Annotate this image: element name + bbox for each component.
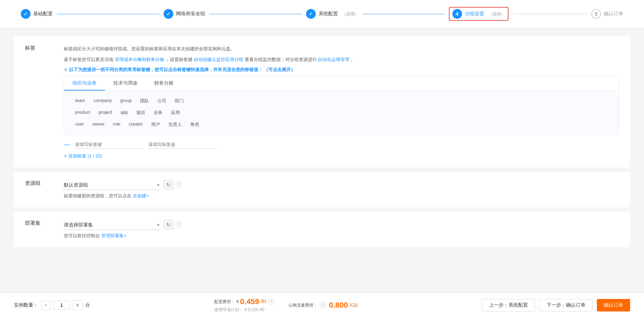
config-fee-help[interactable]: ? [268, 299, 275, 300]
step-line-4 [513, 14, 588, 14]
step-system: ✓ 系统配置 （选填） [306, 9, 449, 19]
price-section: 配置费用： ¥ 0.459 /时 ? 使用节省计划： ¥ 0.210 /时 公网… [101, 297, 471, 300]
tag-desc2-prefix: 基于标签您可以更灵活地 [64, 57, 113, 62]
tag-kw-project-cn[interactable]: 项目 [132, 108, 149, 117]
step-group: 4 分组设置 （选填） [449, 7, 592, 21]
tag-link-monitor[interactable]: 自动创建云监控应用分组 [194, 57, 243, 62]
refresh-icon: ↻ [166, 182, 171, 188]
next-step-button[interactable]: 下一步：确认订单 [539, 299, 593, 300]
step-circle-group: 4 [452, 9, 462, 19]
tag-desc-1: 标签由区分大小写的键值对组成。您设置的标签将应用在本次创建的全部实例和云盘。 [64, 45, 619, 53]
step-confirm: 5 确认订单 [591, 9, 623, 19]
prev-step-button[interactable]: 上一步：系统配置 [482, 299, 535, 300]
config-fee-unit: /时 [261, 299, 267, 300]
tag-input-row: — [64, 140, 619, 149]
resource-group-select-row: 默认资源组 ▾ ↻ ? [64, 180, 619, 190]
chevron-down-icon: ∨ [64, 67, 69, 72]
tab-finance[interactable]: 财务分账 [146, 77, 182, 91]
tag-link-ops[interactable]: 自动化运维管理 [318, 57, 349, 62]
action-buttons: 上一步：系统配置 下一步：确认订单 确认订单 [482, 299, 630, 300]
tags-title: 标签 [25, 45, 53, 159]
deployment-set-hint-prefix: 您可以前往控制台 [64, 233, 101, 238]
tag-expand[interactable]: ∨ 以下为您提供一些不同分类的常用标签键，您可以点击标签键快速选择，并补充适合您… [64, 67, 619, 73]
tag-kw-owner-cn[interactable]: 负责人 [164, 120, 186, 129]
deployment-set-select-row: 请选择部署集 ▾ ↻ ? [64, 220, 619, 230]
step-circle-system: ✓ [306, 9, 316, 19]
tab-tech[interactable]: 技术与用途 [105, 77, 146, 91]
tag-link-cost[interactable]: 管理成本分摊和财务分账 [115, 57, 164, 62]
tag-kw-creator[interactable]: creator [124, 120, 147, 129]
tag-kw-product[interactable]: product [71, 108, 94, 117]
resource-group-select[interactable]: 默认资源组 [64, 180, 161, 190]
tag-kw-dept-cn[interactable]: 部门 [171, 96, 188, 105]
config-fee-item: 配置费用： ¥ 0.459 /时 ? 使用节省计划： ¥ 0.210 /时 [214, 297, 275, 300]
step-label-confirm: 确认订单 [604, 11, 623, 17]
step-label-basic: 基础配置 [33, 11, 53, 17]
step-optional-system: （选填） [342, 11, 359, 17]
tag-expand-link[interactable]: （可点击展开） [264, 67, 295, 72]
resource-group-title: 资源组 [25, 180, 53, 199]
step-line-2 [209, 14, 302, 14]
tag-kw-team-cn[interactable]: 团队 [136, 96, 153, 105]
deployment-set-help-button[interactable]: ? [176, 222, 182, 228]
resource-group-hint-prefix: 如需创建新的资源组，您可以点击 [64, 193, 133, 198]
deployment-set-select[interactable]: 请选择部署集 [64, 220, 161, 230]
tags-content: 标签由区分大小写的键值对组成。您设置的标签将应用在本次创建的全部实例和云盘。 基… [64, 45, 619, 159]
tag-kw-company[interactable]: company [89, 96, 116, 105]
tag-desc-2: 基于标签您可以更灵活地 管理成本分摊和财务分账 ；设置标签键 自动创建云监控应用… [64, 55, 619, 63]
step-label-system: 系统配置 [319, 11, 338, 17]
deployment-set-dropdown-wrapper: 请选择部署集 ▾ [64, 220, 161, 230]
tag-keywords: team company group 团队 公司 部门 product proj… [64, 91, 619, 135]
tag-minus-button[interactable]: — [64, 141, 71, 148]
resource-group-dropdown-wrapper: 默认资源组 ▾ [64, 180, 161, 190]
deployment-set-section: 部署集 请选择部署集 ▾ ↻ ? [14, 212, 630, 247]
resource-group-content: 默认资源组 ▾ ↻ ? 如需创建新的资源组，您可以点击 去创建> [64, 180, 619, 199]
config-fee-label: 配置费用： [214, 299, 235, 300]
tag-kw-owner[interactable]: owner [88, 120, 108, 129]
step-optional-group: （选填） [488, 11, 505, 17]
bottom-bar: 实例数量： − + 台 配置费用： ¥ 0.459 /时 ? 使用节省计划： ¥… [0, 293, 644, 300]
tag-value-input[interactable] [148, 140, 218, 149]
tag-kw-user-cn[interactable]: 用户 [147, 120, 164, 129]
tags-section: 标签 标签由区分大小写的键值对组成。您设置的标签将应用在本次创建的全部实例和云盘… [14, 36, 630, 168]
confirm-order-button[interactable]: 确认订单 [597, 299, 630, 300]
tag-kw-company-cn[interactable]: 公司 [153, 96, 171, 105]
question-icon-2: ? [178, 223, 180, 227]
step-active-box: 4 分组设置 （选填） [449, 7, 508, 21]
deployment-set-title: 部署集 [25, 220, 53, 239]
main-content: 标签 标签由区分大小写的键值对组成。您设置的标签将应用在本次创建的全部实例和云盘… [0, 28, 644, 300]
step-circle-confirm: 5 [591, 9, 601, 19]
tab-org[interactable]: 组织与业务 [64, 77, 105, 91]
config-fee-value: 0.459 [240, 297, 259, 300]
deployment-set-refresh-button[interactable]: ↻ [164, 220, 173, 230]
tag-desc2-mid: ；设置标签键 [165, 57, 192, 62]
step-network: ✓ 网络和安全组 [164, 9, 306, 19]
tag-kw-group[interactable]: group [116, 96, 136, 105]
tag-kw-project[interactable]: project [94, 108, 116, 117]
question-icon: ? [178, 183, 180, 187]
tag-kw-business-cn[interactable]: 业务 [149, 108, 167, 117]
resource-group-refresh-button[interactable]: ↻ [164, 180, 173, 190]
step-circle-network: ✓ [164, 9, 173, 19]
tag-keyword-row-2: product project app 项目 业务 应用 [71, 108, 612, 117]
deployment-set-manage-link[interactable]: 管理部署集> [101, 233, 127, 238]
step-label-group: 分组设置 [465, 11, 484, 17]
tag-desc2-mid2: 查看分组监控数据；对分组资源进行 [245, 57, 317, 62]
step-line-1 [57, 14, 159, 14]
resource-group-help-button[interactable]: ? [176, 182, 182, 188]
step-circle-basic: ✓ [21, 9, 31, 19]
step-label-network: 网络和安全组 [176, 11, 205, 17]
tag-kw-role-cn[interactable]: 角色 [186, 120, 203, 129]
resource-group-create-link[interactable]: 去创建> [133, 193, 149, 198]
tag-kw-user[interactable]: user [71, 120, 88, 129]
tag-key-input[interactable] [75, 140, 144, 149]
tag-kw-team[interactable]: team [71, 96, 89, 105]
add-tag-label: 添加标签 (1 / 20) [68, 153, 102, 159]
add-tag-button[interactable]: + 添加标签 (1 / 20) [64, 153, 619, 159]
deployment-set-hint: 您可以前往控制台 管理部署集> [64, 233, 619, 239]
tag-tabs: 组织与业务 技术与用途 财务分账 [64, 77, 619, 91]
tag-kw-app[interactable]: app [116, 108, 132, 117]
tag-kw-role[interactable]: role [109, 120, 125, 129]
tag-kw-app-cn[interactable]: 应用 [167, 108, 184, 117]
resource-group-hint: 如需创建新的资源组，您可以点击 去创建> [64, 193, 619, 199]
